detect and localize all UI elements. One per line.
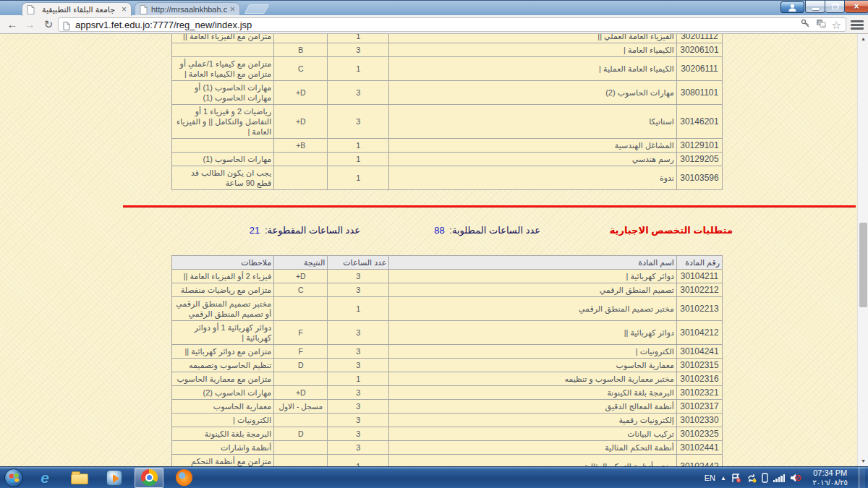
taskbar: e EN ▲ 07:34 PM ٢٠١٦/٠٨/ [0,466,868,488]
internet-explorer-button[interactable]: e [30,468,59,488]
person-icon [788,4,797,12]
translate-icon[interactable]: Aت [816,18,826,31]
refresh-button[interactable]: ↻ [41,17,56,32]
browser-titlebar: جامعة البلقاء التطبيقية × http://mrsaaln… [0,0,868,15]
course-number-cell: 30129205 [676,153,722,166]
action-center-flag-icon[interactable] [731,474,741,483]
volume-muted-icon[interactable] [790,473,801,483]
course-hours-cell: 1 [328,57,389,81]
table-row: 30206101الكيمياء العامة |3B [172,43,723,57]
table-row: 30102441أنظمة التحكم المثالية3أنظمة واشا… [172,441,723,455]
course-name-cell: ندوة [389,166,677,190]
course-hours-cell: 1 [328,372,389,386]
course-grade-cell [274,414,328,427]
folder-icon [71,474,88,484]
course-grade-cell [274,166,328,190]
course-number-cell: 30102442 [676,455,722,467]
file-explorer-button[interactable] [65,468,94,488]
course-grade-cell: D+ [274,105,328,139]
course-name-cell: دوائر كهربائية || [389,321,677,345]
clock[interactable]: 07:34 PM ٢٠١٦/٠٨/٢٥ [807,468,854,487]
scrollbar-thumb[interactable] [859,223,867,307]
language-indicator[interactable]: EN [705,474,715,482]
close-button[interactable]: × [845,1,868,13]
course-hours-cell: 3 [328,400,389,414]
scroll-down-icon[interactable]: ▼ [858,456,868,466]
device-icon[interactable] [762,473,768,483]
browser-toolbar: ← → ↻ appsrv1.fet.edu.jo:7777/reg_new/in… [0,15,868,34]
course-number-cell: 30102317 [676,400,722,414]
course-name-cell: البرمجة بلغة الكينونة [389,386,677,400]
minimize-button[interactable] [805,1,825,13]
course-notes-cell: معمارية الحاسوب [172,400,274,414]
course-number-cell: 30102315 [676,359,722,372]
tab-close-icon[interactable]: × [122,5,127,14]
restore-button[interactable] [825,1,845,13]
course-name-cell: الكيمياء العامة العملية | [389,57,677,81]
course-number-cell: 30104212 [676,321,722,345]
blank-page-favicon-icon [27,5,35,14]
tab-close-icon[interactable]: × [230,5,235,14]
window-controls: × [805,1,868,13]
course-grade-cell [274,297,328,321]
course-hours-cell: 3 [328,270,389,283]
tab-mrsaalnkhbah[interactable]: http://mrsaalnkhbah.com/ × [135,2,240,16]
tab-university[interactable]: جامعة البلقاء التطبيقية × [22,2,132,16]
general-requirements-table: 30201112الفيزياء العامة العملي ||1متزامن… [171,34,723,190]
table-header-row: رقم المادة اسم المادة عدد الساعات النتيج… [172,256,723,270]
table-row: 30102442مختبر أنظمة التحكم المثالية1متزا… [172,455,723,467]
network-signal-icon[interactable] [773,474,786,482]
completed-hours: عدد الساعات المقطوعة: 21 [250,225,360,236]
table-row: 30201112الفيزياء العامة العملي ||1متزامن… [172,34,723,43]
start-button[interactable] [4,468,23,487]
bookmark-star-icon[interactable]: ☆ [832,20,841,30]
forward-button[interactable]: → [22,17,37,32]
col-notes: ملاحظات [172,256,274,270]
course-name-cell: مختبر تصميم المنطق الرقمي [389,297,677,321]
table-row: 30102212تصميم المنطق الرقمي3Cمتزامن مع ر… [172,283,723,297]
course-notes-cell: رياضيات 2 و فيزياء 1 أو التفاضل والتكامل… [172,105,274,139]
course-name-cell: الكترونيات | [389,345,677,359]
course-name-cell: رسم هندسي [389,153,677,166]
course-notes-cell: أنظمة واشارات [172,441,274,455]
menu-hamburger-icon[interactable] [851,20,864,30]
course-notes-cell: تنظيم الحاسوب وتصميمه [172,359,274,372]
show-hidden-icons[interactable]: ▲ [720,475,726,481]
course-hours-cell: 1 [328,166,389,190]
address-bar[interactable]: appsrv1.fet.edu.jo:7777/reg_new/index.js… [58,17,846,32]
section-title: متطلبات التخصص الاجبارية [610,225,733,236]
firefox-button[interactable] [169,468,198,488]
course-hours-cell: 3 [328,441,389,455]
course-hours-cell: 3 [328,283,389,297]
red-divider-line [123,205,856,207]
course-number-cell: 30206101 [676,43,722,57]
media-player-button[interactable] [100,468,129,488]
required-hours: عدد الساعات المطلوبة: 88 [434,225,540,236]
course-name-cell: إلكترونيات رقمية [389,414,677,427]
course-name-cell: أنظمة التحكم المثالية [389,441,677,455]
tab-title: http://mrsaalnkhbah.com/ [151,5,227,14]
show-desktop-button[interactable] [859,467,865,488]
back-button[interactable]: ← [5,17,20,32]
sync-alert-icon[interactable] [746,474,757,483]
saved-password-key-icon[interactable] [801,18,810,31]
col-course-name: اسم المادة [389,256,677,270]
page-icon [63,20,70,29]
course-grade-cell [274,34,328,43]
course-grade-cell: D [274,359,328,372]
new-tab-button[interactable] [244,4,270,14]
table-row: 30102316مختبر معمارية الحاسوب و تنظيمه1م… [172,372,723,386]
course-number-cell: 30146201 [676,105,722,139]
course-name-cell: معمارية الحاسوب [389,359,677,372]
course-hours-cell: 3 [328,105,389,139]
profile-button[interactable] [780,1,804,13]
course-notes-cell [172,43,274,57]
scroll-up-icon[interactable]: ▲ [858,34,868,44]
course-hours-cell: 3 [328,321,389,345]
course-number-cell: 30206111 [676,57,722,81]
scrollbar[interactable]: ▲ ▼ [857,34,868,466]
table-row: 30206111الكيمياء العامة العملية |1Cمتزام… [172,57,723,81]
course-notes-cell: مهارات الحاسوب (1) أو مهارات الحاسوب (1) [172,81,274,105]
chrome-button[interactable] [135,468,163,488]
desktop: جامعة البلقاء التطبيقية × http://mrsaaln… [0,0,868,488]
